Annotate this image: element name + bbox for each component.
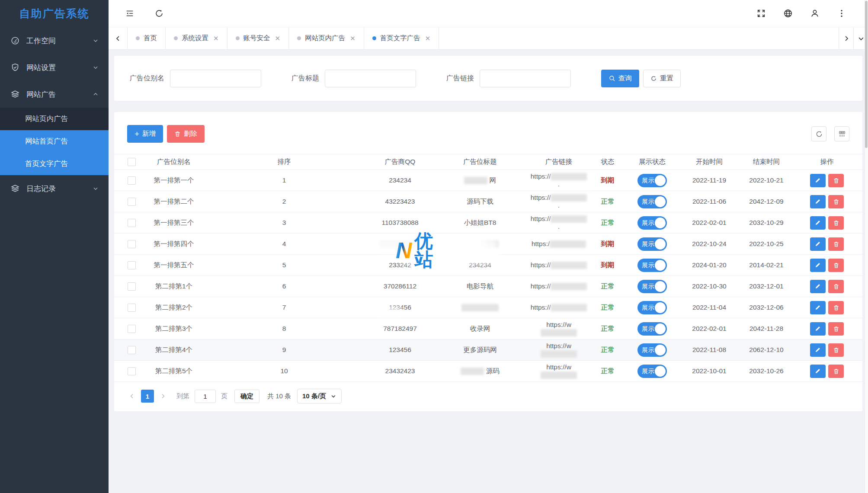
language-globe-icon[interactable]: [783, 9, 793, 18]
display-toggle[interactable]: 展示: [637, 216, 667, 230]
query-button[interactable]: 查询: [601, 70, 639, 87]
cell-title: 收录网: [431, 318, 529, 339]
row-checkbox[interactable]: [128, 219, 136, 227]
cell-alias: 第二排第3个: [149, 318, 199, 339]
edit-button[interactable]: [810, 280, 826, 293]
edit-button[interactable]: [810, 237, 826, 251]
display-toggle[interactable]: 展示: [637, 301, 667, 314]
window-scrollbar[interactable]: [865, 0, 868, 493]
delete-button[interactable]: [828, 280, 844, 293]
bulk-delete-button[interactable]: 删除: [167, 125, 205, 143]
row-checkbox[interactable]: [128, 367, 136, 375]
tab-close-icon[interactable]: ✕: [350, 35, 356, 42]
row-checkbox[interactable]: [128, 261, 136, 269]
cell-title: 网: [431, 170, 529, 191]
edit-button[interactable]: [810, 322, 826, 336]
page-number-button[interactable]: 1: [141, 390, 154, 403]
search-field-input[interactable]: [170, 70, 261, 87]
delete-button[interactable]: [828, 301, 844, 314]
tab-close-icon[interactable]: ✕: [425, 35, 431, 42]
row-checkbox[interactable]: [128, 282, 136, 291]
row-checkbox[interactable]: [128, 240, 136, 248]
edit-button[interactable]: [810, 365, 826, 378]
page-unit-label: 页: [221, 392, 227, 400]
display-toggle[interactable]: 展示: [637, 259, 667, 272]
table-header-row: 广告位别名 排序 广告商QQ 广告位标题 广告链接 状态 展示状态 开始时间 结…: [114, 154, 862, 170]
row-checkbox[interactable]: [128, 176, 136, 185]
edit-button[interactable]: [810, 259, 826, 272]
edit-button[interactable]: [810, 343, 826, 357]
display-toggle[interactable]: 展示: [637, 174, 667, 187]
search-field-input[interactable]: [480, 70, 571, 87]
display-toggle[interactable]: 展示: [637, 237, 667, 251]
row-checkbox[interactable]: [128, 304, 136, 312]
cell-end-date: 2032-12-01: [741, 276, 791, 297]
delete-button[interactable]: [828, 322, 844, 336]
edit-button[interactable]: [810, 195, 826, 208]
row-checkbox[interactable]: [128, 198, 136, 206]
toggle-label: 展示: [642, 198, 654, 206]
display-toggle[interactable]: 展示: [637, 343, 667, 357]
tab-首页文字广告[interactable]: 首页文字广告✕: [364, 27, 439, 49]
refresh-table-icon[interactable]: [811, 126, 826, 141]
fullscreen-icon[interactable]: [756, 9, 766, 18]
sidebar-subitem[interactable]: 首页文字广告: [0, 153, 109, 175]
display-toggle[interactable]: 展示: [637, 365, 667, 378]
column-settings-icon[interactable]: [834, 126, 849, 141]
goto-page-input[interactable]: [195, 390, 216, 403]
prev-page-icon[interactable]: [127, 393, 137, 400]
delete-button[interactable]: [828, 259, 844, 272]
toggle-knob: [655, 281, 666, 292]
sidebar-item[interactable]: 工作空间: [0, 27, 109, 54]
delete-button[interactable]: [828, 343, 844, 357]
page-size-select[interactable]: 10 条/页: [297, 389, 342, 403]
collapse-sidebar-icon[interactable]: [125, 9, 135, 18]
select-all-checkbox[interactable]: [128, 158, 136, 166]
sidebar-subitem[interactable]: 网站首页广告: [0, 130, 109, 153]
tab-status-dot: [136, 36, 140, 40]
delete-button[interactable]: [828, 365, 844, 378]
edit-button[interactable]: [810, 301, 826, 314]
delete-button[interactable]: [828, 174, 844, 187]
scrollbar-thumb[interactable]: [865, 1, 868, 148]
goto-confirm-button[interactable]: 确定: [234, 390, 259, 403]
search-field-label: 广告链接: [446, 74, 474, 83]
cell-link: https://w: [529, 339, 588, 361]
sidebar-item[interactable]: 网站设置: [0, 54, 109, 81]
tab-网站页内广告[interactable]: 网站页内广告✕: [289, 27, 364, 49]
tab-close-icon[interactable]: ✕: [213, 35, 219, 42]
row-checkbox[interactable]: [128, 346, 136, 354]
cell-start-date: 2024-01-20: [677, 255, 741, 276]
delete-button[interactable]: [828, 237, 844, 251]
edit-button[interactable]: [810, 174, 826, 187]
tab-close-icon[interactable]: ✕: [275, 35, 281, 42]
sidebar-item[interactable]: 日志记录: [0, 175, 109, 202]
tab-label: 账号安全: [243, 34, 270, 43]
tab-系统设置[interactable]: 系统设置✕: [166, 27, 227, 49]
user-icon[interactable]: [810, 9, 820, 18]
add-button[interactable]: + 新增: [127, 125, 163, 143]
toggle-knob: [655, 239, 666, 250]
display-toggle[interactable]: 展示: [637, 280, 667, 293]
display-toggle[interactable]: 展示: [637, 195, 667, 208]
tab-首页[interactable]: 首页: [128, 27, 166, 49]
display-toggle[interactable]: 展示: [637, 322, 667, 336]
sidebar-item[interactable]: 网站广告: [0, 81, 109, 108]
refresh-page-icon[interactable]: [154, 9, 164, 18]
cell-end-date: 2014-02-21: [741, 255, 791, 276]
edit-button[interactable]: [810, 216, 826, 230]
cell-end-date: 2022-10-25: [741, 234, 791, 255]
search-field-input[interactable]: [325, 70, 416, 87]
next-page-icon[interactable]: [158, 393, 168, 400]
more-kebab-icon[interactable]: [837, 9, 846, 18]
cell-status: 正常: [588, 339, 627, 361]
tab-list: 首页系统设置✕账号安全✕网站页内广告✕首页文字广告✕: [128, 27, 439, 49]
reset-button[interactable]: 重置: [643, 70, 681, 87]
tabs-scroll-right-button[interactable]: [839, 27, 853, 49]
sidebar-subitem[interactable]: 网站页内广告: [0, 108, 109, 130]
tabs-scroll-left-button[interactable]: [109, 27, 128, 49]
row-checkbox[interactable]: [128, 325, 136, 333]
delete-button[interactable]: [828, 216, 844, 230]
tab-账号安全[interactable]: 账号安全✕: [227, 27, 289, 49]
delete-button[interactable]: [828, 195, 844, 208]
